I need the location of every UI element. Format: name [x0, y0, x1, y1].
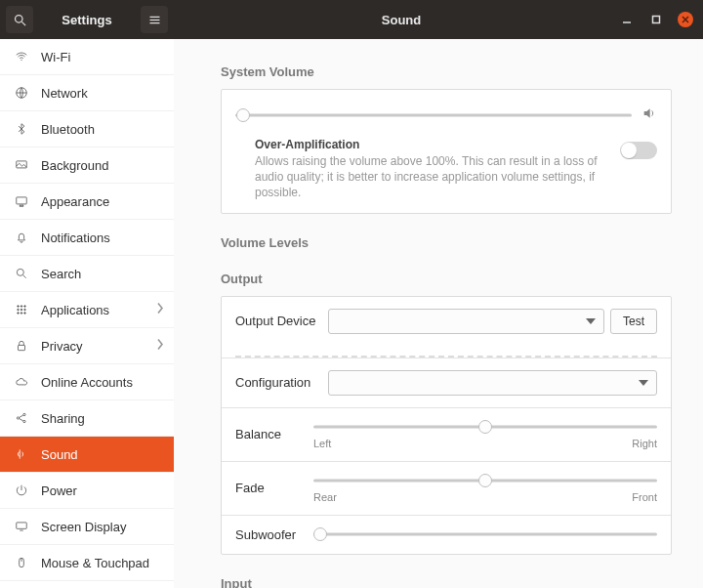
content[interactable]: System Volume Over-Amplification Allows … — [174, 39, 703, 588]
svg-point-24 — [24, 313, 26, 315]
sidebar-item-keyboard[interactable]: Keyboard Shortcuts — [0, 581, 174, 588]
svg-point-18 — [24, 306, 26, 308]
balance-label: Balance — [235, 427, 313, 441]
input-heading: Input — [221, 576, 672, 588]
svg-point-21 — [24, 309, 26, 311]
balance-right-label: Right — [632, 438, 657, 449]
sidebar-item-label: Screen Display — [41, 520, 126, 534]
svg-rect-13 — [20, 205, 23, 206]
display-icon — [14, 519, 29, 534]
search-button[interactable] — [6, 6, 33, 33]
sidebar-item-privacy[interactable]: Privacy — [0, 328, 174, 364]
configuration-combo[interactable] — [328, 370, 657, 396]
titlebar-right: Sound — [174, 0, 703, 39]
fade-front-label: Front — [632, 491, 657, 503]
sidebar-item-network[interactable]: Network — [0, 75, 174, 111]
svg-rect-25 — [19, 345, 25, 350]
window-controls — [619, 12, 693, 27]
svg-point-28 — [23, 420, 25, 422]
svg-line-15 — [23, 275, 26, 278]
sidebar-item-sound[interactable]: Sound — [0, 437, 174, 473]
system-volume-panel: Over-Amplification Allows raising the vo… — [221, 89, 672, 214]
bluetooth-icon — [14, 121, 29, 137]
output-panel: Output Device Test Configuration Balance… — [221, 296, 672, 555]
titlebar-left: Settings — [0, 0, 174, 39]
over-amp-switch[interactable] — [620, 142, 657, 159]
maximize-button[interactable] — [648, 12, 664, 27]
mouse-icon — [14, 555, 29, 570]
sidebar: Wi-Fi Network Bluetooth Background Appea… — [0, 39, 174, 588]
sidebar-item-bluetooth[interactable]: Bluetooth — [0, 111, 174, 147]
fade-label: Fade — [235, 481, 313, 495]
system-volume-heading: System Volume — [221, 64, 672, 79]
sidebar-item-applications[interactable]: Applications — [0, 292, 174, 328]
subwoofer-label: Subwoofer — [235, 527, 313, 542]
lock-icon — [14, 338, 29, 354]
balance-slider[interactable] — [313, 420, 657, 434]
sidebar-item-appearance[interactable]: Appearance — [0, 184, 174, 220]
sidebar-item-label: Sound — [41, 447, 78, 462]
sidebar-item-wifi[interactable]: Wi-Fi — [0, 39, 174, 75]
share-icon — [14, 410, 29, 426]
speaker-icon — [641, 105, 657, 124]
titlebar: Settings Sound — [0, 0, 703, 39]
balance-left-label: Left — [313, 438, 331, 449]
cloud-icon — [14, 374, 29, 390]
background-icon — [14, 157, 29, 173]
test-button[interactable]: Test — [610, 309, 657, 334]
svg-point-23 — [21, 313, 22, 315]
close-button[interactable] — [678, 12, 693, 27]
sidebar-item-label: Mouse & Touchpad — [41, 556, 149, 570]
output-device-combo[interactable] — [328, 309, 604, 334]
page-title: Sound — [184, 13, 619, 27]
sidebar-item-label: Sharing — [41, 411, 85, 426]
svg-point-20 — [21, 309, 22, 311]
svg-point-9 — [21, 60, 21, 61]
svg-point-16 — [18, 306, 20, 308]
over-amp-title: Over-Amplification — [255, 138, 608, 151]
svg-rect-12 — [17, 197, 27, 204]
svg-point-26 — [17, 417, 19, 419]
svg-point-14 — [17, 269, 23, 275]
wifi-icon — [14, 49, 29, 64]
sidebar-item-background[interactable]: Background — [0, 147, 174, 184]
sidebar-item-online-accounts[interactable]: Online Accounts — [0, 364, 174, 400]
sound-icon — [14, 446, 29, 462]
svg-point-17 — [21, 306, 22, 308]
sidebar-item-screen-display[interactable]: Screen Display — [0, 509, 174, 545]
chevron-right-icon — [156, 303, 164, 317]
sidebar-item-label: Privacy — [41, 339, 83, 354]
sidebar-item-label: Wi-Fi — [41, 50, 70, 64]
sidebar-item-label: Notifications — [41, 231, 110, 245]
svg-rect-6 — [653, 17, 660, 23]
svg-point-0 — [15, 15, 22, 22]
system-volume-slider[interactable] — [235, 108, 632, 122]
configuration-label: Configuration — [235, 375, 328, 390]
bell-icon — [14, 230, 29, 245]
over-amp-desc: Allows raising the volume above 100%. Th… — [255, 153, 608, 201]
sidebar-item-label: Search — [41, 267, 81, 281]
app-title: Settings — [39, 13, 135, 27]
chevron-right-icon — [156, 339, 164, 354]
subwoofer-slider[interactable] — [313, 527, 657, 541]
sidebar-item-label: Background — [41, 158, 108, 173]
sidebar-item-mouse-touchpad[interactable]: Mouse & Touchpad — [0, 545, 174, 581]
sidebar-item-power[interactable]: Power — [0, 473, 174, 509]
power-icon — [14, 483, 29, 498]
fade-slider[interactable] — [313, 474, 657, 487]
menu-button[interactable] — [141, 6, 168, 33]
svg-point-22 — [18, 313, 20, 315]
sidebar-item-search[interactable]: Search — [0, 256, 174, 292]
sidebar-item-label: Network — [41, 86, 88, 101]
minimize-button[interactable] — [619, 12, 635, 27]
sidebar-item-sharing[interactable]: Sharing — [0, 400, 174, 437]
appearance-icon — [14, 193, 29, 209]
volume-levels-heading: Volume Levels — [221, 235, 672, 250]
svg-line-1 — [21, 21, 25, 25]
svg-rect-29 — [17, 523, 27, 528]
sidebar-item-label: Online Accounts — [41, 375, 133, 390]
output-device-label: Output Device — [235, 314, 328, 328]
sidebar-item-notifications[interactable]: Notifications — [0, 220, 174, 256]
sidebar-item-label: Power — [41, 483, 77, 498]
network-icon — [14, 85, 29, 101]
